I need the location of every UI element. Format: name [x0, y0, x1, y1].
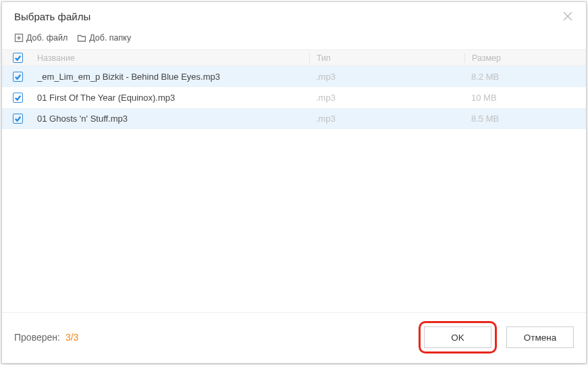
column-size[interactable]: Размер	[464, 53, 586, 63]
footer-buttons: OK Отмена	[419, 321, 574, 354]
add-file-button[interactable]: Доб. файл	[14, 33, 68, 43]
file-name: 01 Ghosts 'n' Stuff.mp3	[33, 114, 309, 124]
file-size: 8.5 MB	[464, 114, 586, 124]
row-checkbox[interactable]	[13, 114, 23, 124]
file-select-dialog: Выбрать файлы Доб. файл Доб. папку Назва…	[1, 1, 587, 364]
close-icon	[563, 11, 572, 21]
check-icon	[14, 94, 22, 101]
table-row[interactable]: 01 Ghosts 'n' Stuff.mp3 .mp3 8.5 MB	[2, 108, 586, 129]
add-file-icon	[14, 33, 24, 43]
footer: Проверен: 3/3 OK Отмена	[2, 312, 586, 363]
ok-button[interactable]: OK	[424, 326, 491, 348]
select-all-checkbox[interactable]	[13, 53, 23, 63]
add-file-label: Доб. файл	[26, 33, 68, 43]
check-icon	[14, 54, 22, 62]
status-label: Проверен:	[14, 332, 60, 343]
file-type: .mp3	[309, 114, 464, 124]
table-row[interactable]: _em_Lim_em_p Bizkit - Behind Blue Eyes.m…	[2, 66, 586, 87]
add-folder-button[interactable]: Доб. папку	[77, 33, 131, 43]
table-header: Название Тип Размер	[2, 49, 586, 66]
toolbar: Доб. файл Доб. папку	[2, 29, 586, 49]
file-size: 8.2 MB	[464, 72, 586, 82]
table-row[interactable]: 01 First Of The Year (Equinox).mp3 .mp3 …	[2, 87, 586, 108]
file-type: .mp3	[309, 72, 464, 82]
column-type[interactable]: Тип	[309, 53, 464, 63]
dialog-title: Выбрать файлы	[14, 11, 90, 22]
close-button[interactable]	[560, 9, 575, 24]
file-size: 10 MB	[464, 93, 586, 103]
status-count: 3/3	[65, 332, 78, 343]
file-name: _em_Lim_em_p Bizkit - Behind Blue Eyes.m…	[33, 72, 309, 82]
file-list: _em_Lim_em_p Bizkit - Behind Blue Eyes.m…	[2, 66, 586, 312]
file-name: 01 First Of The Year (Equinox).mp3	[33, 93, 309, 103]
row-checkbox[interactable]	[13, 93, 23, 103]
row-checkbox[interactable]	[13, 72, 23, 82]
cancel-button[interactable]: Отмена	[506, 326, 574, 348]
add-folder-label: Доб. папку	[89, 33, 131, 43]
check-icon	[14, 115, 22, 122]
column-name[interactable]: Название	[33, 53, 309, 63]
check-icon	[14, 73, 22, 80]
file-type: .mp3	[309, 93, 464, 103]
title-bar: Выбрать файлы	[2, 2, 586, 29]
ok-highlight: OK	[419, 321, 497, 354]
folder-icon	[77, 33, 86, 43]
